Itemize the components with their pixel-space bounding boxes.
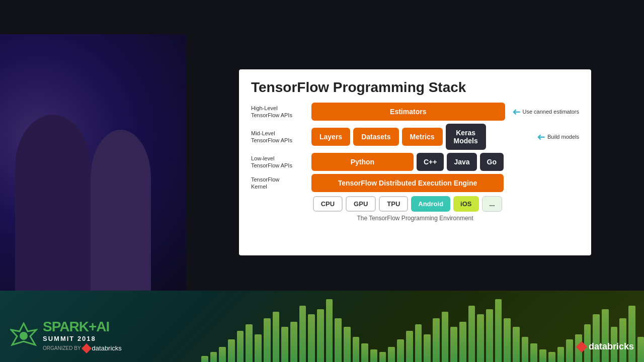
high-level-content: Estimators: [311, 103, 505, 121]
bar-item: [326, 299, 333, 362]
low-level-label: Low-levelTensorFlow APIs: [251, 155, 306, 169]
bar-item: [353, 337, 360, 362]
high-level-label: High-LevelTensorFlow APIs: [251, 105, 306, 119]
mid-level-label: Mid-LevelTensorFlow APIs: [251, 130, 306, 144]
logo-title: SPARK+AI: [43, 320, 122, 334]
layers-button[interactable]: Layers: [311, 128, 350, 146]
bar-item: [255, 334, 262, 362]
databricks-diamond-icon: [576, 341, 588, 352]
top-bar: [0, 0, 644, 34]
bar-item: [450, 327, 457, 362]
mid-level-arrow-icon: ➜: [537, 131, 545, 143]
bar-item: [415, 324, 422, 362]
mid-level-annotation: Build models: [547, 134, 579, 140]
bar-item: [406, 331, 413, 363]
gpu-button[interactable]: GPU: [346, 196, 376, 212]
bar-item: [361, 343, 368, 363]
bar-item: [264, 318, 271, 363]
bar-decoration: [191, 291, 644, 362]
bar-item: [442, 312, 449, 362]
bar-item: [477, 314, 484, 362]
spark-icon: [10, 322, 38, 350]
camera-panel: [0, 34, 186, 291]
logo-subtitle: SUMMIT 2018: [43, 335, 122, 342]
hardware-buttons: CPU GPU TPU Android iOS ...: [311, 196, 504, 212]
slide-title: TensorFlow Programming Stack: [251, 79, 579, 96]
python-button[interactable]: Python: [311, 153, 414, 171]
estimators-annotation: Use canned estimators: [523, 109, 580, 115]
bar-item: [379, 352, 386, 362]
bar-item: [495, 299, 502, 362]
bar-item: [210, 352, 217, 362]
speaker-right-silhouette: [91, 130, 151, 291]
bar-item: [388, 347, 395, 362]
slide-area: TensorFlow Programming Stack High-LevelT…: [186, 34, 644, 291]
low-level-content: Python C++ Java Go: [311, 153, 504, 171]
bar-item: [566, 339, 573, 362]
bar-item: [504, 318, 511, 363]
bar-item: [308, 314, 315, 362]
kernel-row: TensorFlowKernel TensorFlow Distributed …: [251, 174, 579, 192]
mid-level-content: Layers Datasets Metrics KerasModels: [311, 124, 530, 150]
databricks-logo: databricks: [578, 341, 634, 352]
bar-item: [281, 327, 288, 362]
bar-item: [228, 339, 235, 362]
bar-item: [424, 334, 431, 362]
bar-item: [530, 343, 537, 363]
estimators-button[interactable]: Estimators: [311, 103, 505, 121]
bar-item: [335, 318, 342, 363]
bar-item: [468, 306, 475, 363]
high-level-row: High-LevelTensorFlow APIs Estimators ➜ U…: [251, 103, 579, 121]
stack-diagram: High-LevelTensorFlow APIs Estimators ➜ U…: [251, 103, 579, 212]
low-level-row: Low-levelTensorFlow APIs Python C++ Java…: [251, 153, 579, 171]
bar-item: [522, 337, 529, 362]
bar-item: [637, 337, 644, 362]
bar-item: [557, 347, 565, 362]
bar-item: [628, 306, 635, 363]
cpu-button[interactable]: CPU: [313, 196, 343, 212]
bar-item: [317, 309, 324, 362]
organized-by: ORGANIZED BY databricks: [43, 344, 122, 352]
metrics-button[interactable]: Metrics: [402, 128, 443, 146]
bar-item: [513, 327, 520, 362]
bottom-section: SPARK+AI SUMMIT 2018 ORGANIZED BY databr…: [0, 291, 644, 362]
databricks-text: databricks: [589, 341, 634, 352]
java-button[interactable]: Java: [447, 153, 476, 171]
kernel-content: TensorFlow Distributed Execution Engine: [311, 174, 504, 192]
bar-item: [602, 309, 609, 362]
mid-level-row: Mid-LevelTensorFlow APIs Layers Datasets…: [251, 124, 579, 150]
env-label: The TensorFlow Programming Environment: [251, 215, 579, 222]
keras-models-button[interactable]: KerasModels: [446, 124, 486, 150]
db-diamond-small-icon: [82, 343, 92, 353]
bar-item: [299, 306, 306, 363]
more-button[interactable]: ...: [482, 196, 503, 212]
bar-item: [433, 318, 440, 363]
bar-item: [201, 356, 208, 363]
bar-item: [619, 318, 626, 363]
execution-engine-button[interactable]: TensorFlow Distributed Execution Engine: [311, 174, 504, 192]
android-button[interactable]: Android: [411, 196, 450, 212]
svg-point-1: [20, 332, 28, 340]
bar-item: [344, 327, 351, 362]
presentation-slide: TensorFlow Programming Stack High-LevelT…: [239, 69, 591, 255]
bar-item: [246, 324, 253, 362]
bar-item: [273, 312, 280, 362]
bar-item: [370, 349, 377, 362]
datasets-button[interactable]: Datasets: [353, 128, 398, 146]
bar-item: [593, 314, 600, 362]
hardware-row: CPU GPU TPU Android iOS ...: [251, 196, 579, 212]
ios-button[interactable]: iOS: [453, 196, 478, 212]
bar-item: [548, 352, 555, 362]
speaker-left-silhouette: [15, 115, 91, 291]
go-button[interactable]: Go: [480, 153, 504, 171]
kernel-label: TensorFlowKernel: [251, 176, 306, 191]
bar-item: [486, 309, 493, 362]
bar-item: [290, 322, 297, 362]
bar-item: [539, 349, 546, 362]
spark-ai-logo: SPARK+AI SUMMIT 2018 ORGANIZED BY databr…: [10, 320, 122, 352]
bar-item: [397, 339, 404, 362]
estimators-arrow-icon: ➜: [512, 106, 521, 118]
cpp-button[interactable]: C++: [417, 153, 444, 171]
bar-item: [237, 331, 244, 363]
tpu-button[interactable]: TPU: [379, 196, 408, 212]
